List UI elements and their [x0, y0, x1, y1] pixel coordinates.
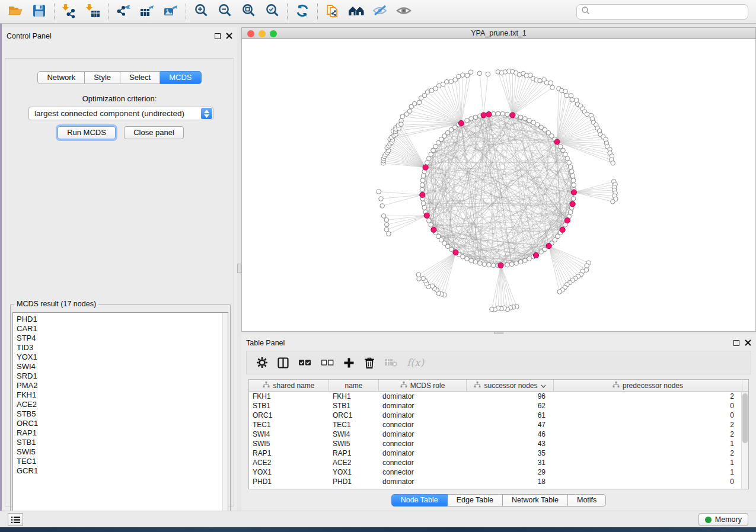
network-leaf-node[interactable]: [569, 94, 573, 98]
network-leaf-node[interactable]: [384, 218, 389, 223]
network-node[interactable]: [492, 263, 496, 268]
network-node[interactable]: [518, 259, 523, 264]
search-input[interactable]: [591, 8, 748, 17]
table-cell[interactable]: STB1: [249, 401, 329, 411]
network-node[interactable]: [571, 197, 576, 201]
network-node[interactable]: [469, 258, 474, 263]
network-node[interactable]: [568, 210, 573, 214]
network-leaf-node[interactable]: [570, 98, 575, 102]
network-node[interactable]: [487, 262, 492, 267]
first-neighbors-button[interactable]: [344, 2, 368, 22]
table-row[interactable]: STB1STB1dominator620: [249, 401, 748, 411]
table-cell[interactable]: STB1: [329, 401, 379, 411]
network-leaf-node[interactable]: [611, 161, 615, 166]
network-node[interactable]: [527, 257, 532, 261]
network-leaf-node[interactable]: [412, 101, 417, 106]
table-cell[interactable]: 61: [467, 411, 554, 420]
mcds-result-item[interactable]: ORC1: [13, 419, 228, 428]
network-hub-node[interactable]: [554, 139, 560, 145]
table-cell[interactable]: dominator: [379, 477, 467, 486]
table-cell[interactable]: ORC1: [249, 411, 329, 420]
refresh-button[interactable]: [291, 2, 314, 22]
table-cell[interactable]: 18: [467, 477, 554, 486]
network-node[interactable]: [505, 262, 510, 267]
table-cell[interactable]: RAP1: [249, 448, 329, 458]
network-leaf-node[interactable]: [417, 100, 422, 105]
mcds-result-item[interactable]: ACE2: [13, 400, 228, 409]
network-leaf-node[interactable]: [461, 73, 465, 78]
network-node[interactable]: [482, 262, 487, 267]
network-node[interactable]: [565, 156, 570, 161]
table-row[interactable]: TEC1TEC1connector472: [249, 420, 748, 430]
table-cell[interactable]: dominator: [379, 401, 467, 411]
network-node[interactable]: [427, 219, 432, 223]
window-zoom-icon[interactable]: [270, 30, 277, 37]
tab-node-table[interactable]: Node Table: [391, 494, 448, 507]
table-cell[interactable]: 46: [467, 430, 554, 439]
criterion-dropdown[interactable]: largest connected component (undirected): [28, 107, 213, 120]
tab-select[interactable]: Select: [120, 71, 160, 84]
network-leaf-node[interactable]: [564, 93, 569, 98]
window-close-icon[interactable]: [247, 30, 254, 37]
network-node[interactable]: [570, 169, 575, 174]
network-leaf-node[interactable]: [387, 232, 391, 236]
tab-style[interactable]: Style: [85, 71, 120, 84]
mcds-result-item[interactable]: SWI4: [13, 362, 228, 371]
network-leaf-node[interactable]: [445, 79, 449, 84]
tab-motifs[interactable]: Motifs: [568, 494, 606, 507]
mcds-result-list[interactable]: PHD1CAR1STP4TID3YOX1SWI4SRD1PMA2FKH1ACE2…: [12, 312, 228, 521]
table-cell[interactable]: RAP1: [329, 448, 379, 458]
network-leaf-node[interactable]: [465, 73, 470, 78]
table-cell[interactable]: YOX1: [329, 467, 379, 477]
table-settings-button[interactable]: [256, 357, 268, 368]
network-hub-node[interactable]: [420, 192, 425, 197]
zoom-fit-button[interactable]: [237, 2, 260, 22]
network-leaf-node[interactable]: [381, 214, 386, 219]
splitter-handle[interactable]: [237, 264, 241, 273]
network-hub-node[interactable]: [424, 213, 429, 218]
table-cell[interactable]: 1: [554, 458, 742, 467]
network-node[interactable]: [571, 178, 576, 183]
network-node[interactable]: [509, 262, 514, 267]
window-minimize-icon[interactable]: [259, 30, 266, 37]
network-hub-node[interactable]: [423, 165, 428, 170]
network-hub-node[interactable]: [510, 113, 515, 118]
network-leaf-node[interactable]: [563, 89, 568, 94]
mcds-result-item[interactable]: STB1: [13, 438, 228, 447]
table-cell[interactable]: connector: [379, 458, 467, 467]
table-cell[interactable]: TEC1: [329, 420, 379, 430]
network-node[interactable]: [421, 174, 426, 178]
mcds-result-item[interactable]: CAR1: [13, 324, 228, 334]
network-hub-node[interactable]: [498, 262, 503, 268]
table-cell[interactable]: 0: [554, 477, 742, 486]
column-header-predecessor-nodes[interactable]: predecessor nodes: [554, 380, 742, 392]
table-cell[interactable]: connector: [379, 467, 467, 477]
table-row[interactable]: ORC1ORC1dominator610: [249, 411, 748, 420]
zoom-selected-button[interactable]: [260, 2, 284, 22]
table-cell[interactable]: dominator: [379, 392, 467, 401]
network-node[interactable]: [568, 165, 573, 169]
select-all-button[interactable]: [298, 358, 311, 367]
network-window-titlebar[interactable]: YPA_prune.txt_1: [241, 27, 756, 39]
import-table-button[interactable]: [81, 2, 105, 22]
network-leaf-node[interactable]: [611, 200, 615, 204]
table-cell[interactable]: ACE2: [329, 458, 379, 467]
table-cell[interactable]: connector: [379, 420, 467, 430]
network-hub-node[interactable]: [570, 201, 575, 207]
network-node[interactable]: [420, 178, 425, 183]
table-cell[interactable]: YOX1: [249, 467, 329, 477]
network-leaf-node[interactable]: [380, 204, 385, 209]
network-leaf-node[interactable]: [538, 78, 543, 83]
network-hub-node[interactable]: [571, 190, 576, 195]
table-cell[interactable]: FKH1: [249, 392, 329, 401]
column-header-MCDS-role[interactable]: MCDS role: [379, 380, 467, 392]
table-cell[interactable]: 0: [554, 401, 742, 411]
save-session-button[interactable]: [27, 2, 51, 22]
table-row[interactable]: SWI5SWI5connector431: [249, 439, 748, 448]
table-cell[interactable]: connector: [379, 439, 467, 448]
run-mcds-button[interactable]: Run MCDS: [58, 126, 116, 139]
table-row[interactable]: RAP1RAP1dominator352: [249, 448, 748, 458]
mcds-result-item[interactable]: YOX1: [13, 352, 228, 362]
network-node[interactable]: [478, 261, 483, 266]
network-leaf-node[interactable]: [407, 109, 412, 114]
